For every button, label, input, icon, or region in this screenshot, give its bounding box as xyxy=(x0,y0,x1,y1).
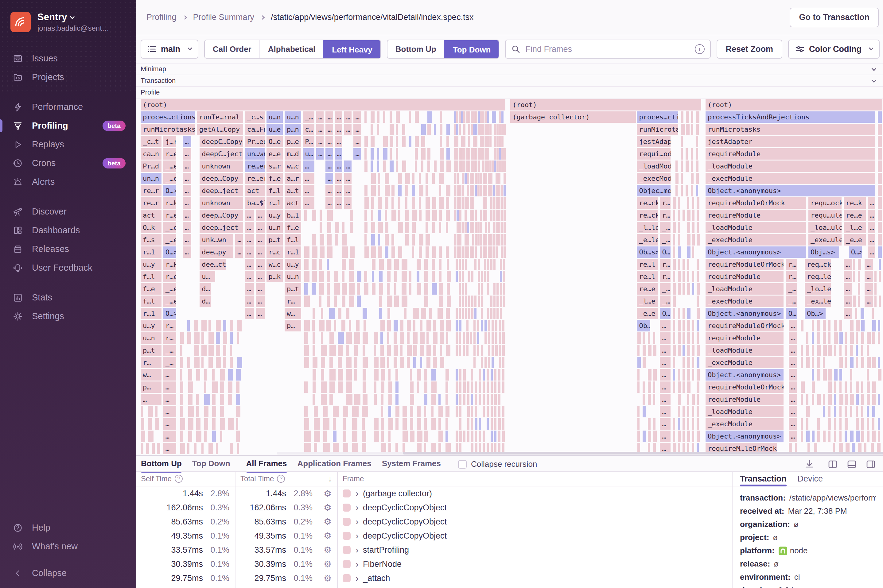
flame-frame[interactable] xyxy=(475,210,477,221)
flame-frame[interactable] xyxy=(390,148,392,160)
flame-frame[interactable]: _… xyxy=(786,296,797,307)
flame-frame[interactable]: j…r xyxy=(163,136,177,147)
flame-frame[interactable] xyxy=(637,357,641,368)
flame-frame[interactable] xyxy=(479,369,481,381)
flame-frame[interactable]: … xyxy=(183,197,191,208)
flame-frame[interactable]: … xyxy=(316,136,324,147)
flame-frame[interactable]: … xyxy=(245,234,254,246)
flame-frame[interactable] xyxy=(686,111,689,123)
flame-frame[interactable] xyxy=(878,173,882,184)
flame-frame[interactable] xyxy=(402,430,407,442)
flame-frame[interactable] xyxy=(380,345,383,356)
flame-frame[interactable] xyxy=(475,124,478,135)
flame-frame[interactable] xyxy=(673,197,676,208)
thread-select[interactable]: main xyxy=(141,40,198,58)
flame-frame[interactable]: d… xyxy=(200,283,211,295)
flame-frame[interactable] xyxy=(323,406,327,417)
flame-frame[interactable] xyxy=(363,394,368,405)
flame-frame[interactable] xyxy=(357,283,360,295)
flame-frame[interactable] xyxy=(472,222,475,233)
flame-frame[interactable] xyxy=(678,406,680,417)
flame-frame[interactable] xyxy=(417,406,420,417)
flame-frame[interactable]: f…l xyxy=(141,271,162,282)
flame-frame[interactable] xyxy=(410,394,414,405)
flame-frame[interactable] xyxy=(853,296,856,307)
flame-frame[interactable]: unknown xyxy=(200,160,243,172)
flame-frame[interactable] xyxy=(867,394,870,405)
flame-frame[interactable]: … xyxy=(163,394,177,405)
flame-frame[interactable] xyxy=(433,332,437,344)
flame-frame[interactable]: m…d xyxy=(285,148,301,160)
flame-frame[interactable] xyxy=(424,418,427,430)
flame-frame[interactable] xyxy=(304,210,307,221)
flame-frame[interactable] xyxy=(459,210,461,221)
flame-frame[interactable]: … xyxy=(660,345,670,356)
flame-frame[interactable]: unknown xyxy=(200,197,243,208)
flame-frame[interactable] xyxy=(806,430,809,442)
flame-frame[interactable] xyxy=(388,369,391,381)
flame-frame[interactable] xyxy=(483,234,485,246)
flame-frame[interactable] xyxy=(491,332,494,344)
flame-frame[interactable] xyxy=(468,308,470,319)
flame-frame[interactable] xyxy=(464,210,467,221)
flame-frame[interactable] xyxy=(503,234,506,246)
flame-frame[interactable] xyxy=(468,296,470,307)
flame-frame[interactable]: _lo…le xyxy=(805,283,831,295)
flame-frame[interactable]: O… xyxy=(786,308,797,319)
flame-frame[interactable] xyxy=(228,418,234,430)
flame-frame[interactable] xyxy=(683,381,685,393)
flame-frame[interactable] xyxy=(425,222,428,233)
flame-frame[interactable] xyxy=(470,210,472,221)
flame-frame[interactable] xyxy=(413,308,419,319)
flame-frame[interactable]: … xyxy=(335,111,342,123)
flame-frame[interactable] xyxy=(402,283,406,295)
flame-frame[interactable] xyxy=(354,357,357,368)
flame-frame[interactable]: act xyxy=(285,197,301,208)
flame-frame[interactable] xyxy=(850,394,854,405)
flame-frame[interactable]: re…ck xyxy=(637,210,658,221)
flame-frame[interactable] xyxy=(637,381,640,393)
flame-frame[interactable] xyxy=(454,111,456,123)
flame-frame[interactable] xyxy=(850,406,852,417)
flame-frame[interactable] xyxy=(329,332,334,344)
flame-frame[interactable] xyxy=(498,222,500,233)
flame-frame[interactable] xyxy=(334,296,337,307)
flame-frame[interactable] xyxy=(481,357,483,368)
flame-frame[interactable] xyxy=(463,124,466,135)
flame-frame[interactable] xyxy=(398,173,402,184)
flame-frame[interactable] xyxy=(402,136,405,147)
flame-frame[interactable]: P… xyxy=(303,136,314,147)
flame-frame[interactable]: … xyxy=(353,148,361,160)
flame-frame[interactable] xyxy=(493,283,496,295)
flame-frame[interactable]: … xyxy=(844,271,852,282)
flame-frame[interactable] xyxy=(392,185,395,196)
flame-frame[interactable]: act xyxy=(141,210,162,221)
flame-frame[interactable] xyxy=(439,185,441,196)
flame-frame[interactable] xyxy=(396,160,398,172)
flame-frame[interactable] xyxy=(478,296,480,307)
flame-frame[interactable] xyxy=(459,418,461,430)
flame-frame[interactable] xyxy=(678,369,680,381)
flame-frame[interactable] xyxy=(643,394,645,405)
flame-frame[interactable] xyxy=(390,124,394,135)
flame-frame[interactable]: _…e xyxy=(163,283,177,295)
flame-frame[interactable] xyxy=(457,173,459,184)
flame-frame[interactable] xyxy=(686,185,688,196)
flame-frame[interactable]: c… xyxy=(303,124,314,135)
flame-frame[interactable]: Ob…s> xyxy=(637,246,658,258)
flame-frame[interactable] xyxy=(485,357,487,368)
flame-frame[interactable] xyxy=(828,320,830,332)
flame-frame[interactable]: (root) xyxy=(141,99,505,111)
flame-frame[interactable] xyxy=(683,210,685,221)
flame-frame[interactable] xyxy=(421,136,425,147)
search-input[interactable] xyxy=(525,44,694,54)
flame-frame[interactable] xyxy=(479,418,481,430)
flame-frame[interactable] xyxy=(459,259,461,270)
flame-frame[interactable]: ca…Fn xyxy=(245,124,265,135)
flame-frame[interactable] xyxy=(407,345,412,356)
flame-frame[interactable]: r… xyxy=(660,197,670,208)
flame-frame[interactable] xyxy=(878,357,880,368)
flame-frame[interactable] xyxy=(381,406,383,417)
flame-frame[interactable] xyxy=(405,185,408,196)
flame-frame[interactable]: … xyxy=(865,259,873,270)
